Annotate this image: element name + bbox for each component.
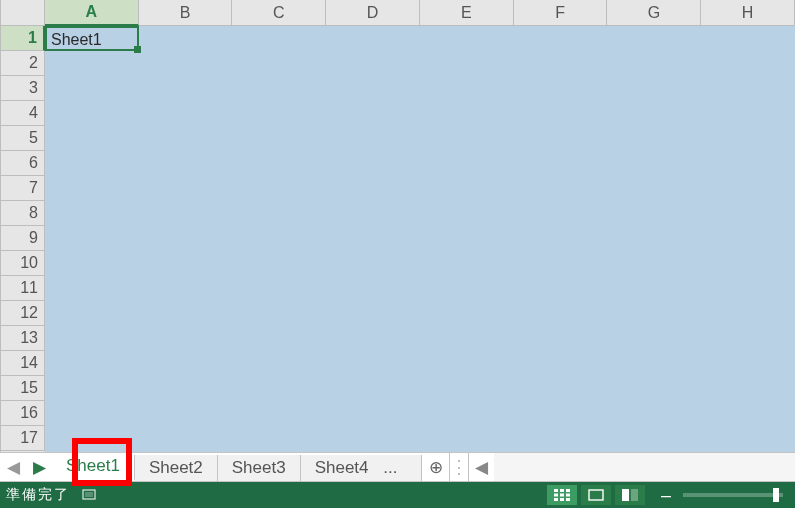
row-header-4[interactable]: 4 xyxy=(1,101,45,126)
select-all-corner[interactable] xyxy=(1,0,45,26)
svg-rect-1 xyxy=(85,492,93,497)
add-sheet-button[interactable]: ⊕ xyxy=(422,453,450,481)
row-header-10[interactable]: 10 xyxy=(1,251,45,276)
row-header-16[interactable]: 16 xyxy=(1,401,45,426)
sheet-tab-4[interactable]: Sheet4 ... xyxy=(301,455,423,481)
hscroll-track[interactable] xyxy=(494,453,795,481)
sheet-tabs: Sheet1 Sheet2 Sheet3 Sheet4 ... xyxy=(52,453,422,481)
svg-rect-6 xyxy=(560,494,564,497)
tab-resize-handle[interactable]: ⋮ xyxy=(450,453,468,481)
sheet-tab-4-label: Sheet4 xyxy=(315,458,369,477)
worksheet-area: A B C D E F G H 1 2 3 4 5 6 7 8 9 10 11 … xyxy=(0,0,795,452)
row-header-12[interactable]: 12 xyxy=(1,301,45,326)
col-header-B[interactable]: B xyxy=(139,0,233,26)
col-header-D[interactable]: D xyxy=(326,0,420,26)
zoom-out-button[interactable]: – xyxy=(661,485,671,506)
col-header-C[interactable]: C xyxy=(232,0,326,26)
zoom-slider-thumb[interactable] xyxy=(773,488,779,502)
row-header-2[interactable]: 2 xyxy=(1,51,45,76)
excel-window: A B C D E F G H 1 2 3 4 5 6 7 8 9 10 11 … xyxy=(0,0,795,508)
row-header-15[interactable]: 15 xyxy=(1,376,45,401)
row-header-17[interactable]: 17 xyxy=(1,426,45,451)
row-header-13[interactable]: 13 xyxy=(1,326,45,351)
view-normal-button[interactable] xyxy=(547,485,577,505)
svg-rect-8 xyxy=(554,498,558,501)
col-header-A[interactable]: A xyxy=(45,0,139,26)
row-header-1[interactable]: 1 xyxy=(1,26,45,51)
status-ready-text: 準備完了 xyxy=(6,486,70,504)
col-header-H[interactable]: H xyxy=(701,0,795,26)
row-header-11[interactable]: 11 xyxy=(1,276,45,301)
tab-nav-next[interactable]: ▶ xyxy=(26,453,52,481)
sheet-tab-1[interactable]: Sheet1 xyxy=(52,455,135,481)
svg-rect-4 xyxy=(566,489,570,492)
row-header-7[interactable]: 7 xyxy=(1,176,45,201)
row-header-3[interactable]: 3 xyxy=(1,76,45,101)
more-sheets-ellipsis: ... xyxy=(373,455,407,480)
cell-canvas[interactable]: Sheet1 xyxy=(45,26,795,452)
hscroll-left-button[interactable]: ◀ xyxy=(468,453,494,481)
column-headers: A B C D E F G H xyxy=(1,0,795,26)
status-bar: 準備完了 – xyxy=(0,482,795,508)
svg-rect-2 xyxy=(554,489,558,492)
row-header-14[interactable]: 14 xyxy=(1,351,45,376)
zoom-slider-track[interactable] xyxy=(683,493,783,497)
grid-body: 1 2 3 4 5 6 7 8 9 10 11 12 13 14 15 16 1… xyxy=(1,26,795,452)
view-page-layout-button[interactable] xyxy=(581,485,611,505)
tab-nav-prev[interactable]: ◀ xyxy=(0,453,26,481)
svg-rect-5 xyxy=(554,494,558,497)
col-header-F[interactable]: F xyxy=(514,0,608,26)
view-page-break-button[interactable] xyxy=(615,485,645,505)
col-header-G[interactable]: G xyxy=(607,0,701,26)
active-cell[interactable]: Sheet1 xyxy=(45,26,139,51)
sheet-tab-2[interactable]: Sheet2 xyxy=(135,455,218,481)
row-header-9[interactable]: 9 xyxy=(1,226,45,251)
svg-rect-11 xyxy=(589,490,603,500)
svg-rect-7 xyxy=(566,494,570,497)
svg-rect-10 xyxy=(566,498,570,501)
fill-handle[interactable] xyxy=(134,46,141,53)
svg-rect-13 xyxy=(631,489,638,501)
svg-rect-3 xyxy=(560,489,564,492)
row-header-5[interactable]: 5 xyxy=(1,126,45,151)
active-cell-value: Sheet1 xyxy=(51,31,102,48)
sheet-tab-strip: ◀ ▶ Sheet1 Sheet2 Sheet3 Sheet4 ... ⊕ ⋮ … xyxy=(0,452,795,482)
svg-rect-12 xyxy=(622,489,629,501)
row-headers: 1 2 3 4 5 6 7 8 9 10 11 12 13 14 15 16 1… xyxy=(1,26,45,452)
col-header-E[interactable]: E xyxy=(420,0,514,26)
row-header-6[interactable]: 6 xyxy=(1,151,45,176)
row-header-8[interactable]: 8 xyxy=(1,201,45,226)
macro-record-icon[interactable] xyxy=(82,487,100,504)
svg-rect-9 xyxy=(560,498,564,501)
sheet-tab-3[interactable]: Sheet3 xyxy=(218,455,301,481)
